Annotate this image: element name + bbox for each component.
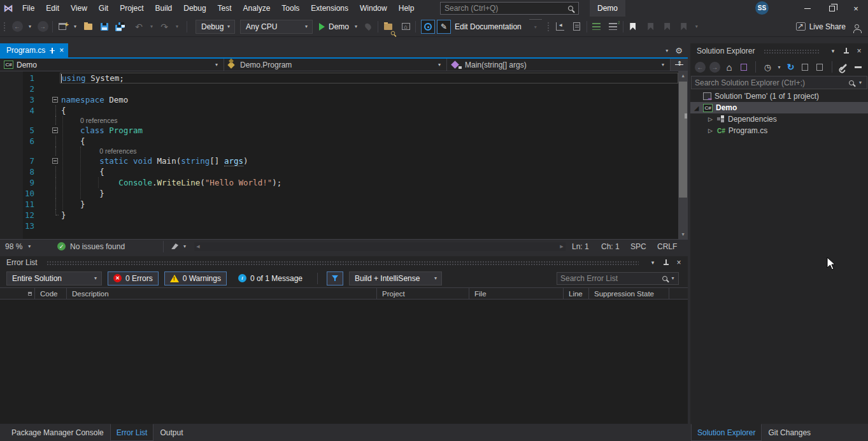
tree-item-demo[interactable]: ◢C#Demo: [690, 102, 868, 113]
bookmarks-dropdown-icon[interactable]: ▾: [690, 19, 703, 34]
menu-edit[interactable]: Edit: [40, 0, 65, 17]
toolbar-grip[interactable]: [3, 22, 6, 32]
back-button[interactable]: ←: [694, 61, 706, 73]
code-text[interactable]: using System;: [60, 73, 678, 83]
close-panel-icon[interactable]: ×: [674, 258, 684, 267]
code-text[interactable]: {: [60, 166, 678, 177]
toggle-bookmark-button[interactable]: [627, 19, 639, 34]
tree-expander-icon[interactable]: ▷: [707, 116, 714, 122]
toolbar-grip[interactable]: [547, 22, 550, 32]
error-list-search-input[interactable]: [560, 274, 659, 283]
code-text[interactable]: [60, 83, 678, 94]
next-bookmark-button[interactable]: [661, 19, 674, 34]
warnings-filter-button[interactable]: 0 Warnings: [164, 271, 227, 286]
type-dropdown[interactable]: Demo.Program ▾: [224, 59, 447, 71]
panel-grip[interactable]: [46, 261, 639, 265]
properties-button[interactable]: [838, 61, 850, 73]
new-project-button[interactable]: [56, 19, 69, 34]
start-debugging-button[interactable]: Demo ▾: [319, 19, 359, 34]
menu-project[interactable]: Project: [114, 0, 149, 17]
column-header-file[interactable]: File: [469, 288, 564, 299]
pending-changes-filter-button[interactable]: ◷: [762, 61, 774, 73]
health-status-text[interactable]: No issues found: [70, 242, 125, 251]
messages-filter-button[interactable]: i 0 of 1 Message: [232, 271, 308, 286]
menu-git[interactable]: Git: [93, 0, 114, 17]
edit-documentation-toggle-button[interactable]: ✎: [437, 20, 451, 34]
bottom-tab-error-list[interactable]: Error List: [110, 424, 154, 441]
bottom-tab-solution-explorer[interactable]: Solution Explorer: [691, 424, 762, 441]
column-header-line[interactable]: Line: [564, 288, 589, 299]
clear-bookmarks-button[interactable]: [678, 19, 690, 34]
refresh-button[interactable]: ↻: [785, 61, 797, 73]
intellicode-toggle-button[interactable]: [421, 20, 435, 34]
quick-search-box[interactable]: [440, 2, 579, 15]
bottom-tab-output[interactable]: Output: [153, 424, 189, 441]
column-header-description[interactable]: Description: [67, 288, 377, 299]
find-in-files-button[interactable]: [381, 19, 394, 34]
code-text[interactable]: }: [60, 188, 678, 199]
fold-collapse-icon[interactable]: [52, 158, 58, 164]
menu-help[interactable]: Help: [393, 0, 420, 17]
code-cleanup-dropdown-icon[interactable]: ▾: [181, 243, 188, 249]
code-cleanup-icon[interactable]: [171, 243, 178, 249]
split-editor-button[interactable]: [671, 59, 688, 71]
uncomment-lines-button[interactable]: [607, 19, 620, 34]
references-codelens[interactable]: 0 references: [99, 147, 136, 155]
preview-selected-items-button[interactable]: [852, 61, 864, 73]
filter-dropdown-icon[interactable]: ▾: [776, 64, 782, 70]
code-text[interactable]: namespace Demo: [60, 94, 678, 105]
errors-filter-button[interactable]: ✕ 0 Errors: [108, 271, 159, 286]
horizontal-scrollbar[interactable]: ◀ ▶: [194, 242, 566, 251]
undo-dropdown-icon[interactable]: ▾: [145, 19, 158, 34]
open-file-button[interactable]: [82, 19, 94, 34]
feedback-button[interactable]: [855, 19, 868, 34]
zoom-control[interactable]: 98 % ▾: [0, 242, 42, 251]
comment-lines-button[interactable]: [590, 19, 603, 34]
menu-analyze[interactable]: Analyze: [238, 0, 276, 17]
restore-button[interactable]: [820, 0, 844, 17]
scroll-right-icon[interactable]: ▶: [558, 242, 566, 251]
close-tab-icon[interactable]: ×: [59, 46, 64, 55]
pin-panel-icon[interactable]: [843, 48, 849, 54]
scroll-down-icon[interactable]: ▼: [678, 230, 688, 239]
solution-explorer-search-input[interactable]: [695, 78, 846, 87]
navigate-backward-button[interactable]: ←: [11, 19, 24, 34]
go-to-definition-button[interactable]: [554, 19, 567, 34]
codelens-text[interactable]: 0 references: [60, 147, 678, 155]
pin-panel-icon[interactable]: [663, 259, 669, 266]
fold-collapse-icon[interactable]: [52, 97, 58, 103]
hot-reload-button[interactable]: [362, 19, 374, 34]
scroll-up-icon[interactable]: ▲: [678, 71, 688, 80]
solution-explorer-title-bar[interactable]: Solution Explorer ▾ ×: [690, 43, 868, 59]
navigate-back-dropdown-icon[interactable]: ▾: [24, 19, 36, 34]
filter-button[interactable]: [327, 271, 343, 286]
collapse-all-button[interactable]: [799, 61, 811, 73]
home-button[interactable]: ⌂: [723, 61, 736, 73]
document-outline-button[interactable]: [571, 19, 583, 34]
menu-file[interactable]: File: [17, 0, 40, 17]
show-all-files-button[interactable]: [814, 61, 826, 73]
close-panel-icon[interactable]: ×: [854, 47, 864, 55]
configuration-combo[interactable]: Debug ▾: [196, 20, 235, 34]
previous-bookmark-button[interactable]: [644, 19, 657, 34]
tree-item-solution-demo-1-of-1-project[interactable]: Solution 'Demo' (1 of 1 project): [690, 90, 868, 102]
column-header-project[interactable]: Project: [377, 288, 469, 299]
switch-views-button[interactable]: [737, 61, 750, 73]
account-avatar[interactable]: SS: [755, 1, 769, 15]
code-text[interactable]: }: [60, 210, 678, 220]
redo-button[interactable]: ↷: [158, 19, 171, 34]
error-list-search-box[interactable]: ▾: [557, 272, 679, 285]
tree-item-dependencies[interactable]: ▷Dependencies: [690, 113, 868, 125]
code-editor[interactable]: 1using System;23namespace Demo4{0 refere…: [0, 71, 688, 239]
tab-list-dropdown-icon[interactable]: ▾: [664, 48, 670, 54]
menu-tools[interactable]: Tools: [276, 0, 305, 17]
menu-view[interactable]: View: [65, 0, 93, 17]
code-text[interactable]: class Program: [60, 125, 678, 136]
code-text[interactable]: Console.WriteLine("Hello World!");: [60, 177, 678, 188]
vertical-scrollbar[interactable]: ▲ ▼: [678, 71, 688, 239]
source-filter-combo[interactable]: Build + IntelliSense ▾: [349, 271, 442, 286]
code-text[interactable]: [60, 220, 678, 231]
live-share-button[interactable]: ↗ Live Share: [796, 22, 846, 31]
tree-item-program-cs[interactable]: ▷C#Program.cs: [690, 125, 868, 136]
error-list-body[interactable]: [0, 300, 688, 424]
